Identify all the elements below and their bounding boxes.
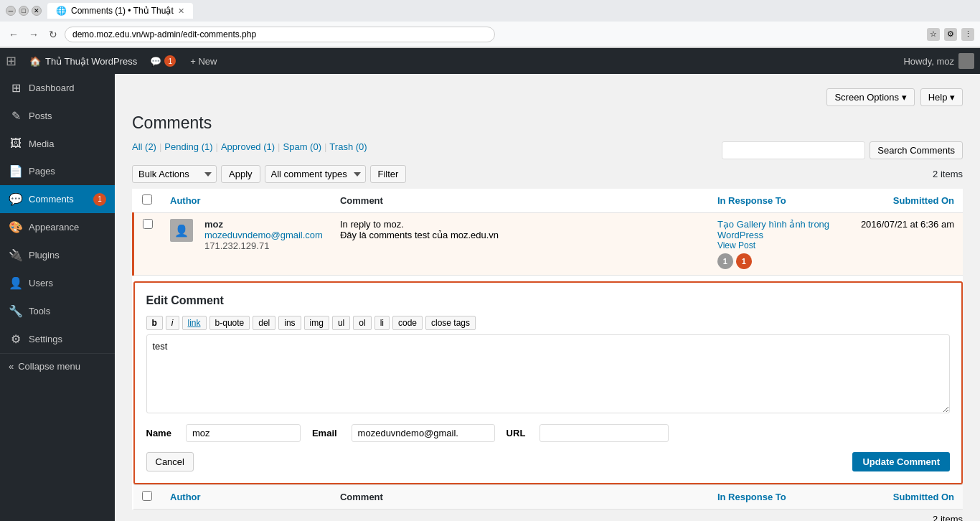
sidebar-item-dashboard[interactable]: ⊞ Dashboard [0,74,115,102]
sidebar-item-appearance[interactable]: 🎨 Appearance [0,213,115,241]
row-checkbox[interactable] [143,219,153,229]
row-comment-cell: In reply to moz. Đây là comments test củ… [331,213,709,276]
extensions-icon[interactable]: ⚙ [944,28,957,41]
tab-close-btn[interactable]: ✕ [178,6,184,16]
th-response: In Response To [709,189,852,213]
comments-table: Author Comment In Response To Submitted … [132,189,963,510]
select-all-checkbox[interactable] [142,194,152,205]
bottom-th-submitted[interactable]: Submitted On [852,485,963,510]
editor-btn-bquote[interactable]: b-quote [209,316,250,330]
bottom-submitted-link[interactable]: Submitted On [893,492,954,502]
collapse-menu-btn[interactable]: « Collapse menu [0,353,115,379]
filter-trash[interactable]: Trash (0) [329,141,367,152]
editor-btn-close-tags[interactable]: close tags [425,316,476,330]
site-name-link[interactable]: 🏠 Thủ Thuật WordPress [22,56,144,67]
comments-notification[interactable]: 💬 1 [144,55,182,67]
dashboard-icon: ⊞ [9,81,23,95]
author-sort-link[interactable]: Author [170,195,201,206]
sidebar-item-comments[interactable]: 💬 Comments 1 [0,185,115,213]
table-row: 👤 moz mozeduvndemo@gmail.com 171.232.129… [133,213,963,276]
browser-chrome: ─ □ ✕ 🌐 Comments (1) • Thủ Thuật ✕ ← → ↻… [0,0,980,48]
sidebar-item-tools[interactable]: 🔧 Tools [0,297,115,325]
settings-icon: ⚙ [9,332,23,346]
editor-btn-li[interactable]: li [374,316,390,330]
search-comments-btn[interactable]: Search Comments [870,141,963,159]
howdy-section[interactable]: Howdy, moz [903,53,974,69]
editor-btn-ol[interactable]: ol [353,316,371,330]
close-btn[interactable]: ✕ [32,6,42,16]
back-btn[interactable]: ← [6,27,22,42]
menu-icon[interactable]: ⋮ [961,28,974,41]
bottom-response-link[interactable]: In Response To [717,492,786,502]
author-email[interactable]: mozeduvndemo@gmail.com [204,230,323,240]
bottom-th-comment: Comment [331,485,709,510]
name-input[interactable] [186,424,301,442]
email-input[interactable] [352,424,495,442]
search-input[interactable] [722,141,865,159]
sidebar-item-plugins[interactable]: 🔌 Plugins [0,241,115,269]
screen-options-btn[interactable]: Screen Options ▾ [826,88,914,106]
comment-textarea[interactable]: test [146,334,951,413]
sidebar-item-posts[interactable]: ✎ Posts [0,102,115,130]
maximize-btn[interactable]: □ [19,6,29,16]
sidebar: ⊞ Dashboard ✎ Posts 🖼 Media 📄 Pages 💬 Co… [0,74,115,521]
editor-btn-b[interactable]: b [146,316,163,330]
bottom-th-author[interactable]: Author [161,485,331,510]
new-item-btn[interactable]: + New [184,56,222,67]
submitted-date-text: 2016/07/21 at 6:36 am [861,219,954,230]
update-comment-btn[interactable]: Update Comment [852,452,950,471]
bookmark-icon[interactable]: ☆ [927,28,940,41]
bottom-table-header-row: Author Comment In Response To Submitted … [133,485,963,510]
bottom-author-link[interactable]: Author [170,492,201,502]
wp-logo[interactable]: ⊞ [6,53,17,69]
admin-bar-items: 💬 1 + New [144,55,222,67]
cancel-btn[interactable]: Cancel [146,452,194,471]
browser-tab[interactable]: 🌐 Comments (1) • Thủ Thuật ✕ [47,3,193,19]
editor-btn-link[interactable]: link [182,316,207,330]
editor-btn-ins[interactable]: ins [278,316,301,330]
tab-favicon: 🌐 [56,6,67,16]
editor-btn-code[interactable]: code [392,316,423,330]
users-icon: 👤 [9,276,23,290]
minimize-btn[interactable]: ─ [6,6,16,16]
bottom-items-count-text: 2 items [933,514,963,521]
user-avatar [958,53,974,69]
editor-btn-del[interactable]: del [253,316,275,330]
filter-all[interactable]: All (2) [132,141,156,152]
help-btn[interactable]: Help ▾ [920,88,963,106]
comment-text: Đây là comments test của moz.edu.vn [340,230,700,240]
bulk-actions-dropdown[interactable]: Bulk Actions Approve Mark as Spam Move t… [132,165,217,183]
response-title[interactable]: Tạo Gallery hình ảnh trong WordPress [717,219,844,240]
row-response-cell: Tạo Gallery hình ảnh trong WordPress Vie… [709,213,852,276]
editor-btn-i[interactable]: i [166,316,179,330]
screen-options-bar: Screen Options ▾ Help ▾ [132,88,963,106]
comment-header: Comment [340,195,383,206]
bottom-th-response[interactable]: In Response To [709,485,852,510]
editor-btn-ul[interactable]: ul [332,316,350,330]
sidebar-label-settings: Settings [29,334,62,344]
forward-btn[interactable]: → [26,27,42,42]
comment-types-dropdown[interactable]: All comment types [265,165,366,183]
url-input[interactable] [540,424,669,442]
editor-btn-img[interactable]: img [304,316,329,330]
sidebar-item-pages[interactable]: 📄 Pages [0,157,115,185]
address-bar[interactable] [65,27,495,42]
wp-admin-bar: ⊞ 🏠 Thủ Thuật WordPress 💬 1 + New Howdy,… [0,48,980,74]
response-sort-link[interactable]: In Response To [717,195,786,206]
sidebar-item-media[interactable]: 🖼 Media [0,130,115,157]
sidebar-item-settings[interactable]: ⚙ Settings [0,325,115,353]
collapse-label: Collapse menu [18,361,80,372]
reload-btn[interactable]: ↻ [46,27,60,42]
view-post-link[interactable]: View Post [717,240,844,250]
pages-icon: 📄 [9,164,23,178]
apply-btn[interactable]: Apply [221,165,260,183]
sidebar-item-users[interactable]: 👤 Users [0,269,115,297]
bottom-select-all[interactable] [142,491,152,501]
filter-approved[interactable]: Approved (1) [221,141,275,152]
filter-btn[interactable]: Filter [370,165,407,183]
submitted-sort-link[interactable]: Submitted On [893,195,954,206]
search-area: Search Comments [722,141,963,159]
filter-spam[interactable]: Spam (0) [283,141,321,152]
bubble-gray: 1 [717,253,733,269]
filter-pending[interactable]: Pending (1) [164,141,212,152]
